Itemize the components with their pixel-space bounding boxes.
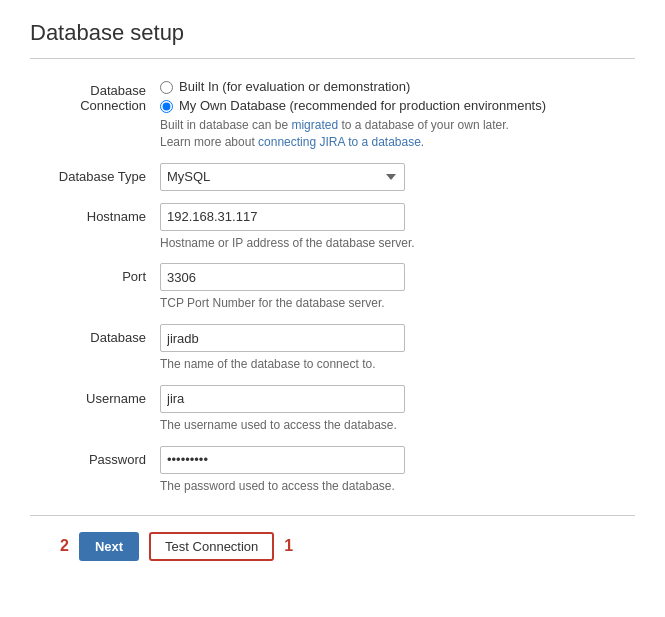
database-type-row: Database Type MySQL: [30, 163, 635, 191]
page-title: Database setup: [30, 20, 635, 46]
database-type-label: Database Type: [30, 163, 160, 184]
database-connection-content: Built In (for evaluation or demonstratio…: [160, 79, 635, 151]
footer-divider: [30, 515, 635, 516]
database-input[interactable]: [160, 324, 405, 352]
database-content: The name of the database to connect to.: [160, 324, 635, 373]
username-label: Username: [30, 385, 160, 406]
radio-myown[interactable]: [160, 100, 173, 113]
hostname-row: Hostname Hostname or IP address of the d…: [30, 203, 635, 252]
step-number-left: 2: [60, 537, 69, 555]
password-input[interactable]: [160, 446, 405, 474]
connecting-jira-link[interactable]: connecting JIRA to a database: [258, 135, 421, 149]
hostname-content: Hostname or IP address of the database s…: [160, 203, 635, 252]
radio-builtin[interactable]: [160, 81, 173, 94]
port-help: TCP Port Number for the database server.: [160, 295, 635, 312]
username-help: The username used to access the database…: [160, 417, 635, 434]
radio-builtin-label: Built In (for evaluation or demonstratio…: [179, 79, 410, 94]
radio-builtin-option[interactable]: Built In (for evaluation or demonstratio…: [160, 79, 635, 94]
password-content: The password used to access the database…: [160, 446, 635, 495]
password-label: Password: [30, 446, 160, 467]
database-connection-label: Database Connection: [30, 79, 160, 113]
migrated-link[interactable]: migrated: [291, 118, 338, 132]
database-row: Database The name of the database to con…: [30, 324, 635, 373]
page-container: Database setup Database Connection Built…: [0, 0, 665, 581]
database-help: The name of the database to connect to.: [160, 356, 635, 373]
database-connection-row: Database Connection Built In (for evalua…: [30, 79, 635, 151]
top-divider: [30, 58, 635, 59]
hostname-help: Hostname or IP address of the database s…: [160, 235, 635, 252]
database-type-content: MySQL: [160, 163, 635, 191]
test-connection-button[interactable]: Test Connection: [149, 532, 274, 561]
password-row: Password The password used to access the…: [30, 446, 635, 495]
hostname-label: Hostname: [30, 203, 160, 224]
footer-row: 2 Next Test Connection 1: [30, 532, 635, 561]
password-help: The password used to access the database…: [160, 478, 635, 495]
radio-myown-label: My Own Database (recommended for product…: [179, 98, 546, 113]
database-connection-radio-group: Built In (for evaluation or demonstratio…: [160, 79, 635, 113]
port-content: TCP Port Number for the database server.: [160, 263, 635, 312]
port-row: Port TCP Port Number for the database se…: [30, 263, 635, 312]
next-button[interactable]: Next: [79, 532, 139, 561]
port-input[interactable]: [160, 263, 405, 291]
username-input[interactable]: [160, 385, 405, 413]
step-number-right: 1: [284, 537, 293, 555]
username-content: The username used to access the database…: [160, 385, 635, 434]
hostname-input[interactable]: [160, 203, 405, 231]
database-type-select[interactable]: MySQL: [160, 163, 405, 191]
port-label: Port: [30, 263, 160, 284]
database-label: Database: [30, 324, 160, 345]
radio-myown-option[interactable]: My Own Database (recommended for product…: [160, 98, 635, 113]
db-connection-help: Built in database can be migrated to a d…: [160, 117, 635, 151]
username-row: Username The username used to access the…: [30, 385, 635, 434]
